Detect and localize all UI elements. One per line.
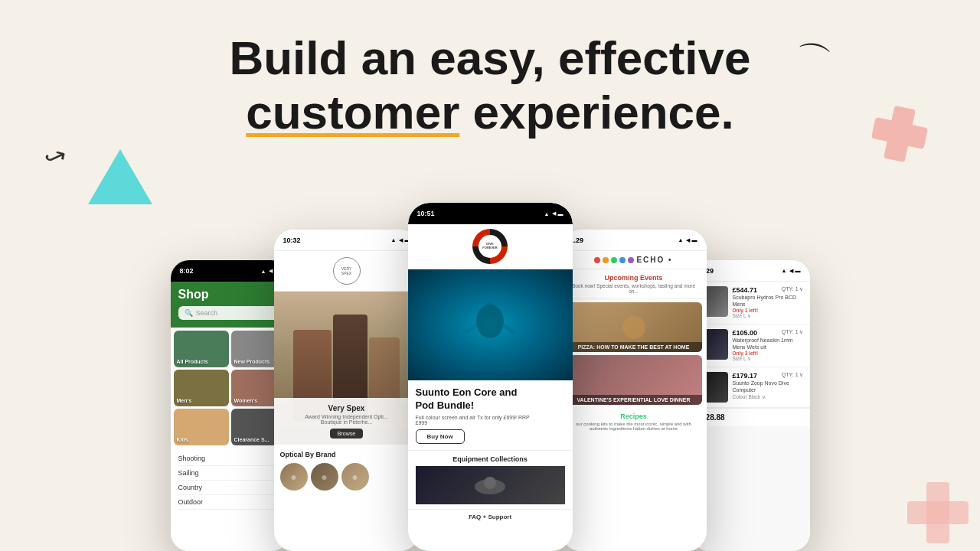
cart-item-3-info: £179.17 QTY: 1 ∨ Suunto Zoop Novo Dive C… [733,372,804,399]
grid-item-label: Men's [177,398,192,403]
phone-3-content: 10:51 ▲ ◀ ▬ DIVEFOREVER [408,203,573,551]
phone-3-logo-bar: DIVEFOREVER [408,224,573,269]
cart-item-3: £179.17 QTY: 1 ∨ Suunto Zoop Novo Dive C… [691,367,810,408]
phone-4-content: ECHO • Upcoming Events Book now! Special… [561,251,707,551]
battery-icon: ▬ [795,268,801,273]
svg-point-1 [484,302,496,315]
cart-item-2-size[interactable]: Size L ∨ [733,356,804,362]
phone-2-browse-button[interactable]: Browse [330,429,363,439]
echo-dot-purple [628,257,634,263]
upcoming-events-title: Upcoming Events [567,274,701,282]
cart-item-2-stock-alert: Only 3 left! [733,350,804,356]
phone-2-hero-overlay: Very Spex Award Winning Independent Opti… [274,398,420,445]
phone-2-logo-bar: VERY SPEX [274,251,420,292]
phone-1-menu: Shooting Sailing Country Outdoor [171,448,289,513]
pizza-card-label: PIZZA: HOW TO MAKE THE BEST AT HOME [566,342,702,352]
grid-item-label: Clearance S... [234,437,270,442]
grid-item-label: Kids [177,437,188,442]
phone-3-notch: 10:51 ▲ ◀ ▬ [408,203,573,224]
heading-line2: customer experience. [0,85,980,139]
wifi-icon: ◀ [789,268,793,274]
phone-4-logo-bar: ECHO • [561,251,707,269]
brand-avatar-1 [280,463,308,491]
cart-item-1-stock-alert: Only 1 left! [733,308,804,313]
dive-logo-inner-text: DIVEFOREVER [479,235,501,258]
cart-item-3-colour[interactable]: Colour Black ∨ [733,394,804,400]
grid-item-kids[interactable]: Kids [174,409,229,445]
phone-2-time: 10:32 [283,236,301,244]
phone-3-buy-now-button[interactable]: Buy Now [416,429,465,444]
phone-2-status-icons: ▲ ◀ ▬ [391,237,410,243]
grid-item-label: New Products [234,359,270,364]
phone-3-product-subtitle: Full colour screen and air Tx for only £… [416,415,565,425]
phone-3-faq-button[interactable]: FAQ + Support [408,509,573,524]
arrow-decoration: ↩ [42,139,74,174]
signal-icon: ▲ [678,237,684,243]
diver-image [408,269,573,380]
recipes-subtitle: our cooking kits to make the most iconic… [567,422,701,431]
signal-icon: ▲ [544,211,550,217]
svg-point-5 [484,477,496,489]
phone-5-notch: ...29 ▲ ◀ ▬ [691,260,810,282]
phone-1-header: Shop 🔍 Search [171,282,289,328]
heading-highlight: customer [246,86,459,139]
cart-item-1-price: £544.71 [733,286,758,294]
grid-item-mens[interactable]: Men's [174,370,229,406]
grid-item-all-products[interactable]: All Products [174,331,229,367]
menu-item-shooting[interactable]: Shooting [178,452,282,466]
teal-triangle-decoration [88,149,152,204]
cart-item-3-qty: QTY: 1 ∨ [782,372,804,380]
phone-5-content: £544.71 QTY: 1 ∨ Scubapro Hydros Pro BCD… [691,282,810,551]
phone-5-status-icons: ▲ ◀ ▬ [782,268,801,274]
phone-4-notch: ...29 ▲ ◀ ▬ [561,230,707,251]
very-spex-logo: VERY SPEX [333,257,361,285]
grid-item-label: All Products [177,359,208,364]
phone-4-frame: ...29 ▲ ◀ ▬ ECHO • Upcoming Events [561,230,707,551]
equipment-collections-title: Equipment Collections [416,455,565,463]
grid-item-label: Women's [234,398,258,403]
svg-line-2 [466,325,476,333]
phone-4-dinner-card[interactable]: VALENTINE'S EXPERIENTIAL LOVE DINNER [566,355,702,405]
menu-item-country[interactable]: Country [178,481,282,495]
brand-avatar-3 [341,463,369,491]
heading-line1: Build an easy, effective [0,31,980,85]
phone-3-equipment-section: Equipment Collections [408,450,573,509]
phone-4-recipes-section: Recipes our cooking kits to make the mos… [561,408,707,435]
equipment-image [416,466,565,504]
phone-1-notch: 8:02 ▲ ◀ ▬ [171,260,289,282]
echo-brand-text: ECHO • [636,256,672,264]
phone-2-notch: 10:32 ▲ ◀ ▬ [274,230,420,251]
cart-item-2-price: £105.00 [733,329,758,337]
menu-item-outdoor[interactable]: Outdoor [178,495,282,510]
cart-item-1-name: Scubapro Hydros Pro BCD Mens [733,294,804,308]
search-icon: 🔍 [185,309,193,317]
cart-item-3-price: £179.17 [733,372,758,380]
phone-1-frame: 8:02 ▲ ◀ ▬ Shop 🔍 Search All Products [171,260,289,551]
battery-icon: ▬ [692,237,697,243]
phones-container: 8:02 ▲ ◀ ▬ Shop 🔍 Search All Products [69,199,911,551]
svg-line-3 [504,325,514,333]
phone-1-time: 8:02 [180,267,194,275]
recipes-title: Recipes [567,412,701,420]
wifi-icon: ◀ [399,237,403,243]
signal-icon: ▲ [391,237,397,243]
cart-item-3-name: Suunto Zoop Novo Dive Computer [733,380,804,393]
phone-3-hero-image [408,269,573,380]
search-placeholder: Search [196,309,218,317]
battery-icon: ▬ [558,211,564,217]
shop-title: Shop [178,288,282,302]
phone-4-status-icons: ▲ ◀ ▬ [678,237,697,243]
phone-2-hero: Very Spex Award Winning Independent Opti… [274,292,420,445]
menu-item-sailing[interactable]: Sailing [178,466,282,481]
phone-2-frame: 10:32 ▲ ◀ ▬ VERY SPEX [274,230,420,551]
optical-by-brand-title: Optical By Brand [280,451,413,458]
phone-4-pizza-card[interactable]: PIZZA: HOW TO MAKE THE BEST AT HOME [566,302,702,352]
phone-2-hero-title: Very Spex [280,404,413,412]
phone-2-content: VERY SPEX Very Spex Award Winning Indepe… [274,251,420,551]
phone-3-frame: 10:51 ▲ ◀ ▬ DIVEFOREVER [408,203,573,551]
optical-brand-avatars [280,463,413,491]
phone-1-search[interactable]: 🔍 Search [178,306,282,320]
signal-icon: ▲ [782,268,787,273]
cart-item-1-size[interactable]: Size L ∨ [733,313,804,319]
phone-5-frame: ...29 ▲ ◀ ▬ £544.71 QTY: 1 ∨ Scubapro Hy… [691,260,810,551]
